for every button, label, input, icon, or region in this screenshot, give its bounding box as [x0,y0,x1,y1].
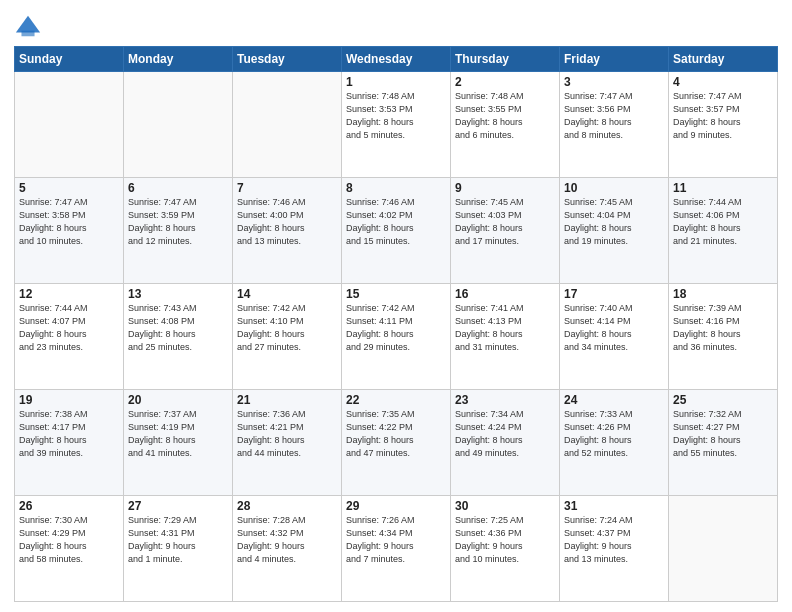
day-number: 6 [128,181,228,195]
day-number: 10 [564,181,664,195]
calendar-cell: 22Sunrise: 7:35 AM Sunset: 4:22 PM Dayli… [342,390,451,496]
day-number: 29 [346,499,446,513]
day-number: 11 [673,181,773,195]
day-number: 18 [673,287,773,301]
day-info: Sunrise: 7:28 AM Sunset: 4:32 PM Dayligh… [237,514,337,566]
day-info: Sunrise: 7:45 AM Sunset: 4:04 PM Dayligh… [564,196,664,248]
calendar-cell: 13Sunrise: 7:43 AM Sunset: 4:08 PM Dayli… [124,284,233,390]
calendar-cell [233,72,342,178]
calendar-cell: 2Sunrise: 7:48 AM Sunset: 3:55 PM Daylig… [451,72,560,178]
day-number: 1 [346,75,446,89]
calendar-day-header: Friday [560,47,669,72]
calendar-day-header: Thursday [451,47,560,72]
day-number: 12 [19,287,119,301]
day-number: 24 [564,393,664,407]
calendar-cell [669,496,778,602]
calendar-cell: 14Sunrise: 7:42 AM Sunset: 4:10 PM Dayli… [233,284,342,390]
day-info: Sunrise: 7:48 AM Sunset: 3:55 PM Dayligh… [455,90,555,142]
day-number: 3 [564,75,664,89]
day-info: Sunrise: 7:44 AM Sunset: 4:07 PM Dayligh… [19,302,119,354]
day-number: 4 [673,75,773,89]
day-info: Sunrise: 7:48 AM Sunset: 3:53 PM Dayligh… [346,90,446,142]
calendar-header-row: SundayMondayTuesdayWednesdayThursdayFrid… [15,47,778,72]
day-number: 9 [455,181,555,195]
calendar-cell: 31Sunrise: 7:24 AM Sunset: 4:37 PM Dayli… [560,496,669,602]
calendar-week-row: 26Sunrise: 7:30 AM Sunset: 4:29 PM Dayli… [15,496,778,602]
day-number: 28 [237,499,337,513]
calendar-cell: 7Sunrise: 7:46 AM Sunset: 4:00 PM Daylig… [233,178,342,284]
day-info: Sunrise: 7:46 AM Sunset: 4:00 PM Dayligh… [237,196,337,248]
calendar-cell: 9Sunrise: 7:45 AM Sunset: 4:03 PM Daylig… [451,178,560,284]
day-info: Sunrise: 7:43 AM Sunset: 4:08 PM Dayligh… [128,302,228,354]
day-info: Sunrise: 7:26 AM Sunset: 4:34 PM Dayligh… [346,514,446,566]
day-number: 7 [237,181,337,195]
svg-marker-1 [21,31,34,37]
day-number: 26 [19,499,119,513]
calendar-cell: 17Sunrise: 7:40 AM Sunset: 4:14 PM Dayli… [560,284,669,390]
calendar-cell: 5Sunrise: 7:47 AM Sunset: 3:58 PM Daylig… [15,178,124,284]
day-number: 19 [19,393,119,407]
calendar-cell: 27Sunrise: 7:29 AM Sunset: 4:31 PM Dayli… [124,496,233,602]
day-info: Sunrise: 7:42 AM Sunset: 4:10 PM Dayligh… [237,302,337,354]
day-info: Sunrise: 7:41 AM Sunset: 4:13 PM Dayligh… [455,302,555,354]
logo [14,14,46,40]
calendar-cell: 21Sunrise: 7:36 AM Sunset: 4:21 PM Dayli… [233,390,342,496]
day-info: Sunrise: 7:45 AM Sunset: 4:03 PM Dayligh… [455,196,555,248]
calendar-cell: 12Sunrise: 7:44 AM Sunset: 4:07 PM Dayli… [15,284,124,390]
calendar-day-header: Tuesday [233,47,342,72]
calendar-day-header: Wednesday [342,47,451,72]
day-info: Sunrise: 7:40 AM Sunset: 4:14 PM Dayligh… [564,302,664,354]
calendar-cell: 10Sunrise: 7:45 AM Sunset: 4:04 PM Dayli… [560,178,669,284]
day-number: 8 [346,181,446,195]
day-info: Sunrise: 7:39 AM Sunset: 4:16 PM Dayligh… [673,302,773,354]
day-info: Sunrise: 7:47 AM Sunset: 3:57 PM Dayligh… [673,90,773,142]
calendar-cell: 8Sunrise: 7:46 AM Sunset: 4:02 PM Daylig… [342,178,451,284]
calendar-cell: 28Sunrise: 7:28 AM Sunset: 4:32 PM Dayli… [233,496,342,602]
calendar-cell: 3Sunrise: 7:47 AM Sunset: 3:56 PM Daylig… [560,72,669,178]
day-info: Sunrise: 7:47 AM Sunset: 3:56 PM Dayligh… [564,90,664,142]
calendar-day-header: Monday [124,47,233,72]
day-info: Sunrise: 7:35 AM Sunset: 4:22 PM Dayligh… [346,408,446,460]
calendar-table: SundayMondayTuesdayWednesdayThursdayFrid… [14,46,778,602]
day-number: 23 [455,393,555,407]
calendar-cell: 24Sunrise: 7:33 AM Sunset: 4:26 PM Dayli… [560,390,669,496]
calendar-cell [15,72,124,178]
day-number: 25 [673,393,773,407]
day-info: Sunrise: 7:25 AM Sunset: 4:36 PM Dayligh… [455,514,555,566]
day-info: Sunrise: 7:37 AM Sunset: 4:19 PM Dayligh… [128,408,228,460]
calendar-cell: 11Sunrise: 7:44 AM Sunset: 4:06 PM Dayli… [669,178,778,284]
day-info: Sunrise: 7:29 AM Sunset: 4:31 PM Dayligh… [128,514,228,566]
calendar-cell: 6Sunrise: 7:47 AM Sunset: 3:59 PM Daylig… [124,178,233,284]
calendar-cell [124,72,233,178]
header [14,10,778,40]
calendar-cell: 15Sunrise: 7:42 AM Sunset: 4:11 PM Dayli… [342,284,451,390]
svg-marker-0 [16,16,40,33]
calendar-cell: 19Sunrise: 7:38 AM Sunset: 4:17 PM Dayli… [15,390,124,496]
day-info: Sunrise: 7:33 AM Sunset: 4:26 PM Dayligh… [564,408,664,460]
calendar-day-header: Sunday [15,47,124,72]
day-number: 27 [128,499,228,513]
calendar-cell: 4Sunrise: 7:47 AM Sunset: 3:57 PM Daylig… [669,72,778,178]
day-info: Sunrise: 7:46 AM Sunset: 4:02 PM Dayligh… [346,196,446,248]
day-info: Sunrise: 7:32 AM Sunset: 4:27 PM Dayligh… [673,408,773,460]
day-number: 15 [346,287,446,301]
day-number: 14 [237,287,337,301]
day-info: Sunrise: 7:47 AM Sunset: 3:59 PM Dayligh… [128,196,228,248]
calendar-week-row: 12Sunrise: 7:44 AM Sunset: 4:07 PM Dayli… [15,284,778,390]
day-info: Sunrise: 7:44 AM Sunset: 4:06 PM Dayligh… [673,196,773,248]
page: SundayMondayTuesdayWednesdayThursdayFrid… [0,0,792,612]
calendar-week-row: 19Sunrise: 7:38 AM Sunset: 4:17 PM Dayli… [15,390,778,496]
day-number: 21 [237,393,337,407]
day-number: 2 [455,75,555,89]
day-number: 17 [564,287,664,301]
day-number: 31 [564,499,664,513]
day-info: Sunrise: 7:47 AM Sunset: 3:58 PM Dayligh… [19,196,119,248]
calendar-week-row: 5Sunrise: 7:47 AM Sunset: 3:58 PM Daylig… [15,178,778,284]
calendar-cell: 18Sunrise: 7:39 AM Sunset: 4:16 PM Dayli… [669,284,778,390]
calendar-cell: 16Sunrise: 7:41 AM Sunset: 4:13 PM Dayli… [451,284,560,390]
day-info: Sunrise: 7:24 AM Sunset: 4:37 PM Dayligh… [564,514,664,566]
calendar-cell: 1Sunrise: 7:48 AM Sunset: 3:53 PM Daylig… [342,72,451,178]
day-info: Sunrise: 7:42 AM Sunset: 4:11 PM Dayligh… [346,302,446,354]
day-number: 22 [346,393,446,407]
day-number: 30 [455,499,555,513]
